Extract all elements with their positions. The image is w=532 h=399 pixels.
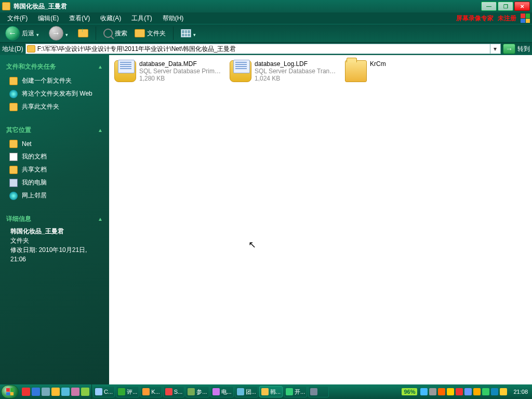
views-dropdown-icon[interactable]	[193, 31, 198, 36]
computer-icon	[9, 179, 18, 187]
go-label: 转到	[517, 45, 530, 54]
file-type: SQL Server Database Transac...	[255, 68, 337, 75]
task-label: 创建一个新文件夹	[22, 76, 72, 85]
details-modified: 修改日期: 2010年10月21日, 21:06	[10, 245, 99, 264]
toolbar: ← 后退 → ↑ 搜索 文件夹	[0, 24, 532, 43]
taskbar: C...评...K...S...参...电...团...韩...开... 96%…	[0, 384, 532, 399]
forward-button[interactable]: →	[47, 25, 73, 42]
taskbar-task[interactable]: C...	[93, 386, 115, 397]
tray-icon[interactable]	[456, 388, 463, 395]
taskbar-task[interactable]: S...	[163, 386, 185, 397]
task-icon	[118, 388, 125, 395]
quick-launch-icon[interactable]	[42, 388, 50, 396]
taskbar-task[interactable]: 电...	[210, 386, 234, 397]
tray-icon[interactable]	[491, 388, 498, 395]
maximize-button[interactable]: ❐	[498, 2, 513, 11]
place-network[interactable]: 网上邻居	[4, 189, 105, 202]
clock[interactable]: 21:08	[510, 389, 531, 395]
panel-header[interactable]: 详细信息 ▲	[4, 211, 105, 227]
taskbar-task[interactable]: 评...	[116, 386, 139, 397]
back-dropdown-icon[interactable]	[36, 31, 42, 36]
back-button[interactable]: ← 后退	[3, 25, 44, 42]
title-bar[interactable]: 韩国化妆品_王曼君 — ❐ ✕	[0, 0, 532, 12]
panel-title: 文件和文件夹任务	[6, 62, 56, 71]
place-my-computer[interactable]: 我的电脑	[4, 176, 105, 189]
place-my-documents[interactable]: 我的文档	[4, 150, 105, 163]
file-size: 1,280 KB	[139, 75, 221, 82]
menu-tools[interactable]: 工具(T)	[126, 13, 157, 24]
search-button[interactable]: 搜索	[101, 28, 129, 39]
quick-launch-icon[interactable]	[51, 388, 60, 396]
quick-launch-icon[interactable]	[81, 388, 89, 396]
taskbar-task[interactable]: 韩...	[259, 386, 283, 397]
menu-favorites[interactable]: 收藏(A)	[95, 13, 126, 24]
tray-icon[interactable]	[420, 388, 428, 395]
chevron-up-icon: ▲	[98, 127, 103, 133]
folders-button[interactable]: 文件夹	[132, 28, 168, 39]
taskbar-task[interactable]: 开...	[284, 386, 307, 397]
menu-edit[interactable]: 编辑(E)	[33, 13, 64, 24]
go-button[interactable]: →	[503, 44, 515, 54]
tray-icon[interactable]	[438, 388, 445, 395]
address-input[interactable]: F:\军军\毕业设计\毕业设计专用\2011年毕业设计\Net\韩国化妆品_王曼…	[25, 44, 501, 54]
folder-icon	[345, 60, 367, 82]
task-label: 共享此文件夹	[22, 102, 59, 111]
tray-icon[interactable]	[482, 388, 489, 395]
panel-header[interactable]: 其它位置 ▲	[4, 123, 105, 138]
tray-icon[interactable]	[473, 388, 481, 395]
quick-launch-icon[interactable]	[32, 388, 40, 396]
window-buttons: — ❐ ✕	[480, 2, 530, 11]
taskbar-task[interactable]	[308, 386, 329, 397]
file-item[interactable]: database_Data.MDF SQL Server Database Pr…	[114, 60, 221, 82]
up-folder-icon: ↑	[78, 29, 88, 37]
file-list[interactable]: database_Data.MDF SQL Server Database Pr…	[109, 55, 532, 384]
tray-icon[interactable]	[464, 388, 472, 395]
quick-launch-icon[interactable]	[71, 388, 79, 396]
close-button[interactable]: ✕	[514, 2, 530, 11]
battery-indicator[interactable]: 96%	[402, 388, 417, 395]
file-name: KrCm	[370, 60, 452, 68]
folders-label: 文件夹	[147, 29, 166, 38]
tray-icon[interactable]	[447, 388, 454, 395]
file-item[interactable]: KrCm	[345, 60, 452, 82]
taskbar-task[interactable]: 参...	[185, 386, 209, 397]
panel-header[interactable]: 文件和文件夹任务 ▲	[4, 59, 105, 74]
tray-icon[interactable]	[500, 388, 507, 395]
address-dropdown-icon[interactable]: ▾	[490, 44, 499, 54]
task-label: K...	[151, 389, 160, 395]
task-icon	[212, 388, 220, 395]
task-share-folder[interactable]: 共享此文件夹	[4, 100, 105, 113]
address-bar: 地址(D) F:\军军\毕业设计\毕业设计专用\2011年毕业设计\Net\韩国…	[0, 43, 532, 55]
folder-icon	[2, 2, 10, 10]
toolbar-separator	[96, 26, 96, 40]
taskbar-task[interactable]: 团...	[235, 386, 258, 397]
task-new-folder[interactable]: 创建一个新文件夹	[4, 74, 105, 87]
quick-launch-icon[interactable]	[22, 388, 30, 396]
file-item[interactable]: database_Log.LDF SQL Server Database Tra…	[230, 60, 337, 82]
tray-icon[interactable]	[429, 388, 436, 395]
task-icon	[261, 388, 269, 395]
share-icon	[9, 103, 18, 111]
address-path: F:\军军\毕业设计\毕业设计专用\2011年毕业设计\Net\韩国化妆品_王曼…	[37, 45, 490, 54]
task-label: 团...	[246, 388, 256, 396]
forward-dropdown-icon[interactable]	[65, 31, 71, 36]
system-tray	[418, 388, 509, 395]
network-icon	[9, 192, 18, 200]
task-publish-web[interactable]: 将这个文件夹发布到 Web	[4, 87, 105, 100]
place-net[interactable]: Net	[4, 138, 105, 150]
taskbar-task[interactable]: K...	[140, 386, 162, 397]
address-label: 地址(D)	[2, 45, 23, 54]
up-button[interactable]: ↑	[76, 28, 90, 38]
windows-flag-icon[interactable]	[521, 14, 530, 23]
explorer-window: 韩国化妆品_王曼君 — ❐ ✕ 文件(F) 编辑(E) 查看(V) 收藏(A) …	[0, 0, 532, 384]
quick-launch-icon[interactable]	[61, 388, 70, 396]
folder-icon	[9, 140, 18, 148]
menu-view[interactable]: 查看(V)	[64, 13, 95, 24]
menu-file[interactable]: 文件(F)	[2, 13, 33, 24]
views-button[interactable]	[179, 28, 201, 38]
place-shared-docs[interactable]: 共享文档	[4, 163, 105, 176]
start-button[interactable]	[1, 385, 19, 398]
minimize-button[interactable]: —	[481, 2, 497, 11]
place-label: Net	[22, 140, 32, 148]
menu-help[interactable]: 帮助(H)	[157, 13, 189, 24]
